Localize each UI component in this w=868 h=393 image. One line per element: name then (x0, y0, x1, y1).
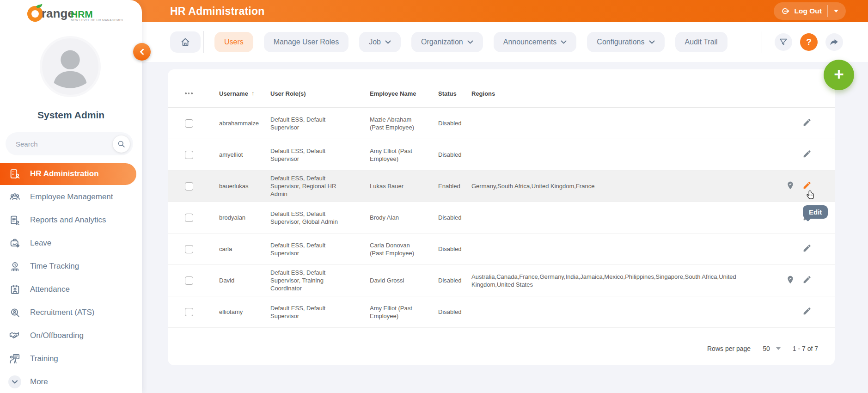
cell-user-roles: Default ESS, Default Supervisor (270, 116, 345, 131)
pencil-icon (802, 307, 812, 316)
home-icon (180, 37, 191, 48)
cell-employee-name: David Grossi (370, 276, 425, 284)
tabbar-actions-divider (762, 31, 762, 53)
edit-button[interactable] (802, 275, 812, 286)
cell-user-roles: Default ESS, Default Supervisor (270, 147, 345, 163)
page-title: HR Administration (170, 0, 264, 22)
tab-job[interactable]: Job (359, 32, 401, 52)
column-header-employee-name[interactable]: Employee Name (370, 90, 438, 97)
sidebar: range HRM NEW LEVEL OF HR MANAGEMENT Sys… (0, 0, 142, 393)
location-pin-icon (786, 180, 795, 190)
cell-username: abrahammaize (219, 119, 270, 127)
recruitment-icon (9, 307, 21, 319)
chevron-left-icon (139, 49, 145, 55)
regions-button[interactable] (786, 275, 795, 287)
logo-word-suffix: HRM (71, 9, 93, 19)
cell-status: Disabled (438, 276, 471, 284)
training-icon (9, 353, 21, 365)
logout-divider (827, 5, 828, 17)
search-input[interactable] (15, 140, 113, 148)
row-checkbox[interactable] (185, 214, 193, 222)
sidebar-item-employee-management[interactable]: Employee Management (0, 185, 142, 209)
rows-per-page-value: 50 (763, 345, 770, 352)
cell-employee-name: Lukas Bauer (370, 182, 425, 190)
sidebar-item-time-tracking[interactable]: Time Tracking (0, 255, 142, 278)
sidebar-item-recruitment[interactable]: Recruitment (ATS) (0, 301, 142, 324)
rows-per-page-select[interactable]: 50 (763, 345, 781, 352)
tab-organization[interactable]: Organization (411, 32, 483, 52)
share-button[interactable] (825, 33, 843, 51)
sidebar-item-attendance[interactable]: Attendance (0, 278, 142, 301)
column-header-regions[interactable]: Regions (471, 90, 782, 97)
tabbar-actions: ? (762, 31, 868, 53)
logout-dropdown-button[interactable] (832, 10, 840, 12)
add-user-fab[interactable]: + (824, 60, 854, 90)
onboarding-icon (9, 330, 21, 342)
column-header-username[interactable]: Username↑ (219, 90, 270, 97)
cell-employee-name: Amy Elliot (Past Employee) (370, 304, 425, 320)
tabbar-divider (203, 31, 204, 53)
chevron-down-icon (776, 347, 781, 350)
pencil-icon (802, 149, 812, 159)
logout-icon (780, 6, 790, 16)
cell-regions: Germany,South Africa,United Kingdom,Fran… (471, 182, 594, 190)
tab-audit-trail[interactable]: Audit Trail (675, 32, 727, 52)
sidebar-collapse-button[interactable] (133, 43, 151, 61)
logout-button[interactable]: Log Out (774, 2, 846, 20)
sidebar-item-reports-and-analytics[interactable]: Reports and Analytics (0, 209, 142, 232)
row-checkbox[interactable] (185, 182, 193, 190)
table-header-row: Username↑ User Role(s) Employee Name Sta… (168, 80, 835, 108)
edit-button-hovered[interactable] (802, 181, 812, 192)
sidebar-item-label: Recruitment (ATS) (30, 308, 95, 317)
cell-user-roles: Default ESS, Default Supervisor (270, 241, 345, 257)
table-row-highlighted: bauerlukas Default ESS, Default Supervis… (168, 171, 835, 202)
sort-ascending-icon: ↑ (251, 90, 255, 97)
sidebar-item-leave[interactable]: Leave (0, 232, 142, 255)
tab-users[interactable]: Users (214, 32, 253, 52)
help-button[interactable]: ? (800, 33, 818, 51)
sidebar-item-hr-administration[interactable]: HR Administration (0, 163, 136, 185)
cell-user-roles: Default ESS, Default Supervisor, Trainin… (270, 269, 345, 292)
tab-announcements[interactable]: Announcements (494, 32, 577, 52)
row-checkbox[interactable] (185, 119, 193, 128)
tab-configurations[interactable]: Configurations (587, 32, 664, 52)
filter-icon (778, 37, 789, 47)
cell-username: elliotamy (219, 308, 270, 316)
person-silhouette-icon (42, 38, 98, 95)
row-checkbox[interactable] (185, 245, 193, 253)
chevron-down-icon (649, 40, 655, 44)
edit-button[interactable] (802, 149, 812, 160)
pencil-icon (802, 275, 812, 284)
tab-label: Job (369, 38, 381, 46)
edit-button[interactable] (802, 244, 812, 255)
tab-label: Manage User Roles (274, 38, 339, 46)
pencil-icon (802, 244, 812, 253)
column-header-status[interactable]: Status (438, 90, 471, 97)
sidebar-item-more[interactable]: More (0, 370, 142, 393)
tab-manage-user-roles[interactable]: Manage User Roles (264, 32, 348, 52)
users-table-card: Username↑ User Role(s) Employee Name Sta… (168, 69, 835, 365)
row-checkbox[interactable] (185, 276, 193, 285)
home-button[interactable] (170, 31, 201, 53)
regions-button[interactable] (786, 180, 795, 192)
sidebar-item-on-offboarding[interactable]: On/Offboarding (0, 324, 142, 347)
row-checkbox[interactable] (185, 151, 193, 159)
filter-button[interactable] (775, 33, 792, 51)
cell-regions: Australia,Canada,France,Germany,India,Ja… (471, 273, 744, 289)
sidebar-item-label: Employee Management (30, 192, 113, 202)
column-menu-icon[interactable] (185, 92, 219, 94)
table-row: carla Default ESS, Default Supervisor Ca… (168, 233, 835, 265)
sidebar-item-training[interactable]: Training (0, 347, 142, 370)
search-button[interactable] (113, 135, 130, 153)
edit-button[interactable] (802, 307, 812, 318)
edit-button[interactable] (802, 118, 812, 129)
reports-analytics-icon (9, 214, 21, 226)
row-checkbox[interactable] (185, 308, 193, 316)
cell-username: amyelliot (219, 151, 270, 159)
avatar[interactable] (40, 36, 101, 97)
location-pin-icon (786, 275, 795, 285)
table-row: brodyalan Default ESS, Default Superviso… (168, 202, 835, 233)
sidebar-nav: HR Administration Employee Management Re… (0, 162, 142, 393)
sidebar-item-label: Attendance (30, 285, 70, 294)
column-header-user-roles[interactable]: User Role(s) (270, 90, 370, 97)
